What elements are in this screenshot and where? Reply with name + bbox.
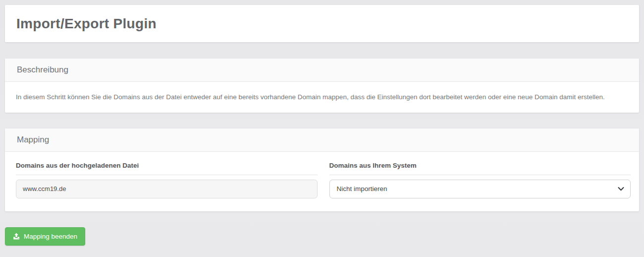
description-text: In diesem Schritt können Sie die Domains…: [16, 92, 628, 102]
system-domains-column: Domains aus Ihrem System Nicht importier…: [329, 162, 631, 198]
page-header: Import/Export Plugin: [5, 5, 639, 42]
upload-icon: [13, 233, 20, 240]
finish-mapping-button-label: Mapping beenden: [24, 233, 77, 240]
mapping-card-body: Domains aus der hochgeladenen Datei Doma…: [5, 152, 639, 211]
uploaded-domain-input[interactable]: [16, 180, 318, 198]
page-title: Import/Export Plugin: [16, 16, 157, 32]
mapping-card: Mapping Domains aus der hochgeladenen Da…: [5, 128, 639, 211]
mapping-card-title: Mapping: [17, 135, 49, 144]
uploaded-domains-label: Domains aus der hochgeladenen Datei: [16, 162, 318, 169]
system-domains-label: Domains aus Ihrem System: [329, 162, 631, 169]
divider: [16, 175, 318, 175]
divider: [329, 175, 631, 175]
finish-mapping-button[interactable]: Mapping beenden: [5, 227, 85, 246]
description-card-header: Beschreibung: [5, 59, 639, 82]
system-domain-select[interactable]: Nicht importieren: [329, 180, 631, 198]
description-card-title: Beschreibung: [17, 65, 68, 74]
description-card: Beschreibung In diesem Schritt können Si…: [5, 59, 639, 113]
description-card-body: In diesem Schritt können Sie die Domains…: [5, 82, 639, 113]
system-domain-select-wrap: Nicht importieren: [329, 180, 631, 198]
mapping-card-header: Mapping: [5, 128, 639, 152]
footer-actions: Mapping beenden: [5, 227, 639, 246]
page: Import/Export Plugin Beschreibung In die…: [0, 0, 644, 246]
uploaded-domains-column: Domains aus der hochgeladenen Datei: [16, 162, 318, 198]
